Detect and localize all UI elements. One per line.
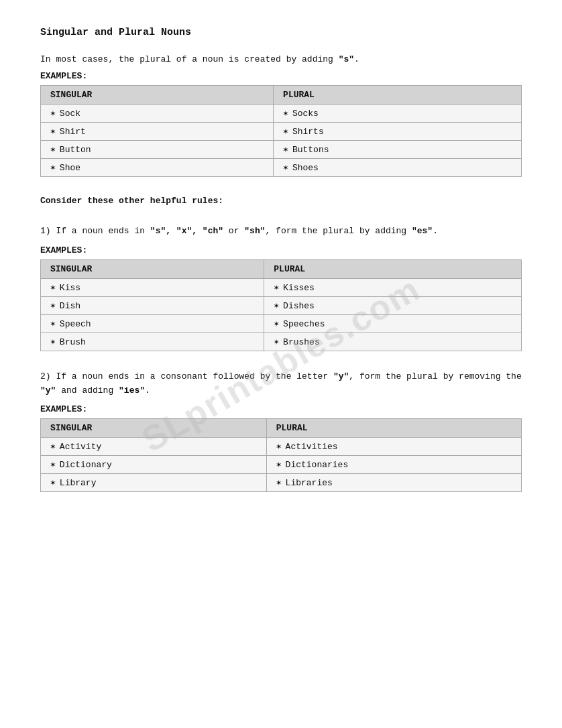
singular-cell: ✶Kiss xyxy=(41,278,264,296)
rule1-keyword2: "sh" xyxy=(244,226,265,236)
col-singular-2: SINGULAR xyxy=(41,259,264,278)
table-row: ✶Sock✶Socks xyxy=(41,105,522,123)
examples-label-1: EXAMPLES: xyxy=(40,71,522,81)
plural-cell: ✶Dishes xyxy=(264,296,522,314)
rule2-num: 2) xyxy=(40,371,56,381)
plural-cell: ✶Libraries xyxy=(266,474,521,492)
star-icon: ✶ xyxy=(50,478,56,488)
rule2-part4: . xyxy=(145,385,150,396)
table-header-row-2: SINGULAR PLURAL xyxy=(41,259,522,278)
rule1-part4: . xyxy=(433,226,438,236)
table-2: SINGULAR PLURAL ✶Kiss✶Kisses✶Dish✶Dishes… xyxy=(40,259,522,351)
section2: 1) If a noun ends in "s", "x", "ch" or "… xyxy=(40,225,522,351)
table-row: ✶Dish✶Dishes xyxy=(41,296,522,314)
singular-cell: ✶Button xyxy=(41,141,274,159)
star-icon: ✶ xyxy=(50,109,56,119)
table-row: ✶Library✶Libraries xyxy=(41,474,522,492)
page-title: Singular and Plural Nouns xyxy=(40,27,522,38)
singular-cell: ✶Speech xyxy=(41,314,264,332)
table-row: ✶Brush✶Brushes xyxy=(41,332,522,351)
plural-cell: ✶Shirts xyxy=(274,123,522,141)
table-body-1: ✶Sock✶Socks✶Shirt✶Shirts✶Button✶Buttons✶… xyxy=(41,105,522,177)
rule2-keyword3: "ies" xyxy=(119,385,145,396)
plural-cell: ✶Activities xyxy=(266,438,521,456)
table-row: ✶Shirt✶Shirts xyxy=(41,123,522,141)
star-icon: ✶ xyxy=(276,442,282,452)
rule1-part1: If a noun ends in xyxy=(56,226,150,236)
table-row: ✶Button✶Buttons xyxy=(41,141,522,159)
star-icon: ✶ xyxy=(50,163,56,173)
rule-text-1: 1) If a noun ends in "s", "x", "ch" or "… xyxy=(40,225,522,239)
col-singular-1: SINGULAR xyxy=(41,86,274,105)
star-icon: ✶ xyxy=(50,460,56,470)
star-icon: ✶ xyxy=(50,145,56,155)
plural-cell: ✶Kisses xyxy=(264,278,522,296)
plural-cell: ✶Brushes xyxy=(264,332,522,351)
examples-label-3: EXAMPLES: xyxy=(40,404,522,414)
table-row: ✶Speech✶Speeches xyxy=(41,314,522,332)
star-icon: ✶ xyxy=(283,127,288,137)
table-row: ✶Kiss✶Kisses xyxy=(41,278,522,296)
star-icon: ✶ xyxy=(50,319,56,329)
table-row: ✶Dictionary✶Dictionaries xyxy=(41,456,522,474)
table-body-3: ✶Activity✶Activities✶Dictionary✶Dictiona… xyxy=(41,438,522,492)
table-1: SINGULAR PLURAL ✶Sock✶Socks✶Shirt✶Shirts… xyxy=(40,85,522,177)
table-header-row-1: SINGULAR PLURAL xyxy=(41,86,522,105)
rule2-keyword2: "y" xyxy=(40,385,56,396)
singular-cell: ✶Shoe xyxy=(41,159,274,177)
singular-cell: ✶Activity xyxy=(41,438,267,456)
singular-cell: ✶Dish xyxy=(41,296,264,314)
intro-keyword: "s" xyxy=(339,54,354,64)
singular-cell: ✶Brush xyxy=(41,332,264,351)
col-plural-2: PLURAL xyxy=(264,259,522,278)
intro-paragraph: In most cases, the plural of a noun is c… xyxy=(40,54,522,64)
plural-cell: ✶Dictionaries xyxy=(266,456,521,474)
plural-cell: ✶Socks xyxy=(274,105,522,123)
star-icon: ✶ xyxy=(274,319,279,329)
rule-text-2: 2) If a noun ends in a consonant followe… xyxy=(40,370,522,398)
star-icon: ✶ xyxy=(50,301,56,311)
plural-cell: ✶Speeches xyxy=(264,314,522,332)
col-singular-3: SINGULAR xyxy=(41,419,267,438)
section1: EXAMPLES: SINGULAR PLURAL ✶Sock✶Socks✶Sh… xyxy=(40,71,522,177)
helpful-rules-heading: Consider these other helpful rules: xyxy=(40,196,522,206)
table-row: ✶Activity✶Activities xyxy=(41,438,522,456)
star-icon: ✶ xyxy=(276,460,282,470)
star-icon: ✶ xyxy=(274,283,279,293)
col-plural-3: PLURAL xyxy=(266,419,521,438)
star-icon: ✶ xyxy=(276,478,282,488)
rule1-keyword1: "s", "x", "ch" xyxy=(150,226,223,236)
rule1-num: 1) xyxy=(40,226,56,236)
singular-cell: ✶Library xyxy=(41,474,267,492)
intro-text-after: . xyxy=(354,54,359,64)
col-plural-1: PLURAL xyxy=(274,86,522,105)
helpful-rules-section: Consider these other helpful rules: xyxy=(40,196,522,206)
star-icon: ✶ xyxy=(50,283,56,293)
table-header-row-3: SINGULAR PLURAL xyxy=(41,419,522,438)
rule1-part2: or xyxy=(223,226,244,236)
singular-cell: ✶Dictionary xyxy=(41,456,267,474)
star-icon: ✶ xyxy=(274,337,279,347)
star-icon: ✶ xyxy=(283,163,288,173)
rule2-part1: If a noun ends in a consonant followed b… xyxy=(56,371,333,381)
rule2-part2: , form the plural by removing the xyxy=(349,371,521,381)
table-3: SINGULAR PLURAL ✶Activity✶Activities✶Dic… xyxy=(40,418,522,492)
star-icon: ✶ xyxy=(50,442,56,452)
section3: 2) If a noun ends in a consonant followe… xyxy=(40,370,522,493)
singular-cell: ✶Sock xyxy=(41,105,274,123)
star-icon: ✶ xyxy=(50,337,56,347)
table-body-2: ✶Kiss✶Kisses✶Dish✶Dishes✶Speech✶Speeches… xyxy=(41,278,522,351)
plural-cell: ✶Buttons xyxy=(274,141,522,159)
rule2-part3: and adding xyxy=(56,385,119,396)
star-icon: ✶ xyxy=(283,109,288,119)
rule2-keyword1: "y" xyxy=(333,371,349,381)
plural-cell: ✶Shoes xyxy=(274,159,522,177)
singular-cell: ✶Shirt xyxy=(41,123,274,141)
rule1-part3: , form the plural by adding xyxy=(266,226,412,236)
intro-text-before: In most cases, the plural of a noun is c… xyxy=(40,54,339,64)
table-row: ✶Shoe✶Shoes xyxy=(41,159,522,177)
rule1-keyword3: "es" xyxy=(412,226,433,236)
star-icon: ✶ xyxy=(274,301,279,311)
examples-label-2: EXAMPLES: xyxy=(40,245,522,255)
star-icon: ✶ xyxy=(283,145,288,155)
